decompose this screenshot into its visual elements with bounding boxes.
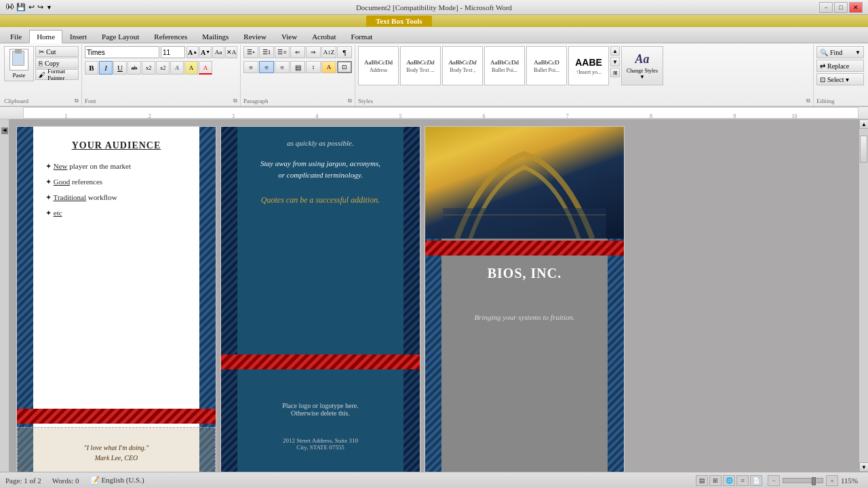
view-outline-btn[interactable]: ≡	[736, 475, 749, 486]
align-left-button[interactable]: ≡	[243, 61, 258, 73]
style-bullet-1[interactable]: AaBbCcDd Bullet Poi...	[484, 46, 525, 85]
bold-button[interactable]: B	[85, 61, 98, 75]
scroll-down-button[interactable]: ▼	[859, 462, 868, 472]
align-center-button[interactable]: ≡	[259, 61, 274, 73]
styles-expand[interactable]: ⊞	[610, 68, 620, 77]
align-right-button[interactable]: ≡	[275, 61, 290, 73]
replace-button[interactable]: ⇄ Replace	[816, 60, 864, 72]
tab-mailings[interactable]: Mailings	[195, 30, 236, 43]
find-arrow: ▼	[855, 49, 861, 56]
change-styles-button[interactable]: Aa Change Styles ▼	[621, 46, 663, 85]
italic-button[interactable]: I	[99, 61, 113, 75]
view-web-btn[interactable]: 🌐	[723, 475, 735, 486]
superscript-button[interactable]: x2	[156, 61, 170, 75]
zoom-in-btn[interactable]: +	[826, 475, 838, 486]
scroll-track[interactable]	[859, 129, 868, 462]
font-grow-button[interactable]: A▲	[186, 46, 199, 58]
panel2-text1: as quickly as possible.	[287, 138, 353, 150]
styles-expand-btn[interactable]: ⧉	[806, 98, 810, 104]
find-button[interactable]: 🔍 Find ▼	[816, 46, 864, 58]
style-body-text-2[interactable]: AaBbCcDd Body Text ,	[442, 46, 483, 85]
format-painter-button[interactable]: 🖌 Format Painter	[35, 69, 79, 80]
underline-button[interactable]: U	[113, 61, 127, 75]
text-highlight-button[interactable]: A	[184, 61, 198, 75]
textbox-tools-label: Text Box Tools	[366, 16, 432, 26]
style-insert[interactable]: AABE ↑Insert yo...	[568, 46, 609, 85]
strikethrough-button[interactable]: ab	[127, 61, 141, 75]
style-body-text-1[interactable]: AaBbCcDd Body Text ...	[400, 46, 441, 85]
style-body-text-2-label: Body Text ,	[450, 67, 475, 73]
styles-scroll-down[interactable]: ▼	[610, 57, 620, 66]
zoom-thumb[interactable]	[812, 477, 816, 485]
font-expand[interactable]: ⧉	[233, 98, 237, 104]
sort-button[interactable]: A↕Z	[321, 46, 336, 58]
shading-button[interactable]: A	[321, 61, 336, 73]
view-normal-btn[interactable]: ▤	[696, 475, 708, 486]
main-area: ◀ YOUR AUDIENCE ✦ New player on the mark…	[0, 119, 868, 472]
paste-button[interactable]: Paste	[4, 46, 34, 81]
style-body-text-1-label: Body Text ...	[406, 67, 434, 73]
font-size-selector[interactable]	[161, 46, 185, 58]
maximize-btn[interactable]: □	[834, 2, 848, 13]
quick-access-save[interactable]: 💾	[16, 3, 26, 12]
tab-review[interactable]: Review	[236, 30, 274, 43]
tab-home[interactable]: Home	[29, 30, 62, 43]
zoom-level[interactable]: 115%	[841, 476, 863, 485]
quick-access-more[interactable]: ▼	[46, 4, 52, 11]
zoom-out-btn[interactable]: −	[768, 475, 780, 486]
tab-view[interactable]: View	[274, 30, 304, 43]
font-shrink-button[interactable]: A▼	[199, 46, 212, 58]
increase-indent-button[interactable]: ⇒	[306, 46, 321, 58]
tab-format[interactable]: Format	[344, 30, 380, 43]
clear-format-button[interactable]: ✕A	[225, 46, 237, 58]
show-hide-button[interactable]: ¶	[337, 46, 352, 58]
style-bullet-2-label: Bullet Poi...	[534, 67, 559, 73]
decrease-indent-button[interactable]: ⇐	[290, 46, 305, 58]
replace-label: Replace	[827, 62, 849, 70]
tab-file[interactable]: File	[3, 30, 29, 43]
editing-group-label: Editing	[816, 96, 835, 106]
close-btn[interactable]: ✕	[849, 2, 863, 13]
style-body-text-2-preview: AaBbCcDd	[449, 59, 477, 66]
style-insert-label: ↑Insert yo...	[576, 69, 601, 75]
bullets-button[interactable]: ☰•	[243, 46, 258, 58]
paragraph-expand[interactable]: ⧉	[348, 98, 352, 104]
font-color-button[interactable]: A	[199, 61, 212, 75]
copy-button[interactable]: ⎘ Copy	[35, 58, 79, 68]
scroll-thumb[interactable]	[860, 136, 867, 163]
view-draft-btn[interactable]: 📄	[750, 475, 762, 486]
font-family-selector[interactable]	[85, 46, 159, 58]
select-button[interactable]: ⊡ Select ▾	[816, 73, 864, 85]
view-layout-btn[interactable]: ⊞	[709, 475, 722, 486]
styles-scroll-up[interactable]: ▲	[610, 46, 620, 56]
scroll-up-button[interactable]: ▲	[859, 119, 868, 129]
word-icon: 🄦	[5, 2, 14, 12]
numbering-button[interactable]: ☰1	[259, 46, 274, 58]
zoom-slider[interactable]	[783, 478, 823, 483]
tab-acrobat[interactable]: Acrobat	[304, 30, 343, 43]
case-button[interactable]: Aa	[212, 46, 224, 58]
style-body-text-1-preview: AaBbCcDd	[407, 59, 435, 66]
minimize-btn[interactable]: −	[819, 2, 833, 13]
style-address[interactable]: AaBbCcDd Address	[358, 46, 399, 85]
text-effects-button[interactable]: A	[170, 61, 184, 75]
quick-access-redo[interactable]: ↪	[37, 3, 43, 12]
subscript-button[interactable]: x2	[142, 61, 155, 75]
style-bullet-2[interactable]: AaBbCcD Bullet Poi...	[526, 46, 567, 85]
bullet-4: ✦ etc	[43, 209, 190, 218]
tab-references[interactable]: References	[146, 30, 195, 43]
clipboard-expand[interactable]: ⧉	[75, 98, 79, 104]
tab-insert[interactable]: Insert	[62, 30, 94, 43]
document-area[interactable]: YOUR AUDIENCE ✦ New player on the market…	[9, 119, 859, 472]
line-spacing-button[interactable]: ↕	[306, 61, 321, 73]
styles-group-label: Styles	[358, 96, 373, 106]
justify-button[interactable]: ▤	[290, 61, 305, 73]
tab-page-layout[interactable]: Page Layout	[94, 30, 146, 43]
style-bullet-1-label: Bullet Poi...	[492, 67, 517, 73]
borders-button[interactable]: ⊡	[337, 61, 352, 73]
ribbon-group-paragraph: ☰• ☰1 ☰≡ ⇐ ⇒ A↕Z ¶ ≡ ≡ ≡ ▤ ↕ A ⊡ Paragra…	[241, 45, 355, 106]
quick-access-undo[interactable]: ↩	[28, 3, 35, 12]
multilevel-button[interactable]: ☰≡	[275, 46, 290, 58]
cut-button[interactable]: ✂ Cut	[35, 46, 79, 57]
ruler: 1 2 3 4 5 6 7 8 9 10	[0, 107, 868, 119]
